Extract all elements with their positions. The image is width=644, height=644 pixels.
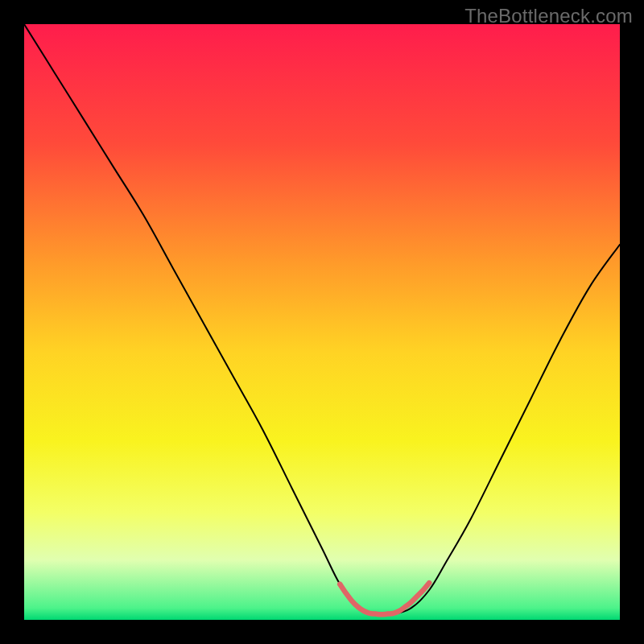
watermark-text: TheBottleneck.com bbox=[464, 5, 633, 27]
chart-frame: TheBottleneck.com bbox=[0, 0, 644, 644]
gradient-background bbox=[24, 24, 620, 620]
bottleneck-chart bbox=[0, 0, 644, 644]
